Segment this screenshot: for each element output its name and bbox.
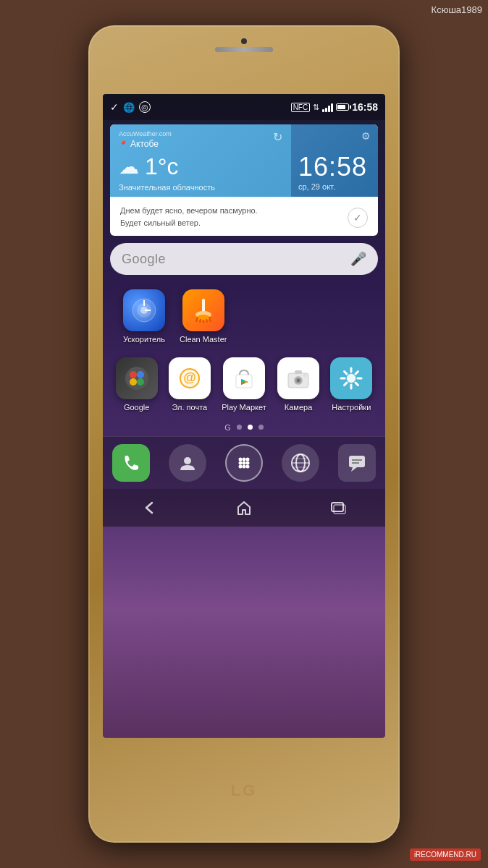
apps-row-1: Ускоритель bbox=[103, 282, 385, 352]
phone-screen: ✓ 🌐 ◎ NFC ⇅ 16:58 bbox=[103, 94, 385, 738]
weather-top: AccuWeather.com 📍 Актобе ↻ ☁ 1°c Значите… bbox=[110, 124, 378, 197]
accelerator-svg bbox=[130, 297, 158, 324]
app-accelerator[interactable]: Ускоритель bbox=[123, 289, 165, 344]
dock-apps[interactable] bbox=[225, 444, 263, 482]
svg-point-44 bbox=[184, 457, 191, 464]
camera-svg bbox=[285, 365, 312, 392]
svg-point-53 bbox=[246, 464, 250, 468]
svg-rect-59 bbox=[349, 456, 365, 467]
page-g-label: G bbox=[224, 423, 231, 432]
bottom-bezel: LG bbox=[88, 738, 400, 843]
top-bezel bbox=[88, 25, 400, 94]
svg-line-9 bbox=[200, 319, 201, 323]
svg-point-13 bbox=[125, 367, 148, 390]
google-app-label: Google bbox=[124, 402, 149, 412]
lg-logo: LG bbox=[231, 781, 258, 800]
back-button[interactable] bbox=[135, 493, 164, 522]
phone-shell: ✓ 🌐 ◎ NFC ⇅ 16:58 bbox=[88, 25, 400, 843]
weather-description: Значительная облачность bbox=[119, 183, 282, 192]
nfc-label: NFC bbox=[291, 103, 311, 112]
svg-point-45 bbox=[239, 457, 243, 461]
svg-point-7 bbox=[197, 315, 210, 320]
svg-rect-29 bbox=[295, 370, 302, 374]
weather-right-panel: ⚙ 16:58 ср, 29 окт. bbox=[291, 124, 378, 197]
email-label: Эл. почта bbox=[172, 402, 208, 412]
dock-phone-icon bbox=[112, 444, 150, 482]
cleanmaster-label: Clean Master bbox=[180, 334, 227, 344]
play-svg bbox=[230, 365, 258, 392]
data-arrows: ⇅ bbox=[313, 103, 319, 112]
microphone-icon[interactable]: 🎤 bbox=[350, 251, 366, 267]
svg-line-8 bbox=[196, 317, 198, 322]
dot-2[interactable] bbox=[248, 425, 253, 430]
navigation-bar bbox=[103, 489, 385, 527]
svg-point-33 bbox=[303, 374, 306, 377]
forecast-check-icon[interactable]: ✓ bbox=[348, 208, 368, 228]
camera-label: Камера bbox=[285, 402, 312, 412]
recommend-badge: iRECOMMEND.RU bbox=[410, 848, 481, 861]
page-dots: G bbox=[103, 419, 385, 436]
widget-date: ср, 29 окт. bbox=[298, 182, 367, 191]
accu-source: AccuWeather.com bbox=[119, 130, 172, 137]
wifi-icon: ◎ bbox=[139, 101, 151, 113]
cleanmaster-svg bbox=[190, 297, 216, 323]
svg-line-11 bbox=[206, 319, 207, 323]
location-name: Актобе bbox=[130, 139, 159, 149]
dock-browser-icon bbox=[282, 444, 319, 482]
svg-point-35 bbox=[347, 374, 356, 383]
recents-icon bbox=[330, 500, 346, 516]
status-bar: ✓ 🌐 ◎ NFC ⇅ 16:58 bbox=[103, 94, 385, 120]
widget-time: 16:58 bbox=[298, 152, 367, 182]
svg-marker-60 bbox=[351, 467, 357, 472]
location-pin-icon: 📍 bbox=[119, 140, 127, 148]
accelerator-label: Ускоритель bbox=[123, 334, 165, 344]
camera-icon bbox=[277, 357, 319, 399]
recents-button[interactable] bbox=[324, 493, 353, 522]
watermark-label: Ксюша1989 bbox=[432, 4, 482, 15]
cleanmaster-icon bbox=[182, 289, 224, 331]
svg-point-48 bbox=[239, 461, 243, 464]
app-cleanmaster[interactable]: Clean Master bbox=[180, 289, 227, 344]
google-search-bar[interactable]: Google 🎤 bbox=[110, 243, 378, 275]
svg-text:@: @ bbox=[183, 370, 196, 385]
status-icons-left: ✓ 🌐 ◎ bbox=[110, 101, 151, 113]
dock-messages[interactable] bbox=[338, 444, 376, 482]
apps-row-2: Google @ Эл. почта bbox=[103, 352, 385, 418]
app-email[interactable]: @ Эл. почта bbox=[169, 357, 211, 412]
svg-point-47 bbox=[246, 457, 250, 461]
dock-contacts[interactable] bbox=[169, 444, 206, 482]
home-icon bbox=[236, 500, 252, 516]
weather-forecast: Днем будет ясно, вечером пасмурно. Будет… bbox=[110, 197, 378, 236]
refresh-icon[interactable]: ↻ bbox=[273, 130, 282, 144]
svg-point-46 bbox=[243, 457, 246, 461]
svg-point-15 bbox=[137, 371, 144, 378]
svg-point-49 bbox=[243, 461, 246, 464]
app-camera[interactable]: Камера bbox=[277, 357, 319, 412]
settings-icon[interactable]: ⚙ bbox=[361, 130, 371, 142]
svg-point-17 bbox=[137, 378, 144, 386]
dock-phone[interactable] bbox=[112, 444, 150, 482]
google-svg bbox=[123, 365, 151, 392]
weather-widget[interactable]: AccuWeather.com 📍 Актобе ↻ ☁ 1°c Значите… bbox=[110, 124, 378, 236]
dock-bar bbox=[103, 436, 385, 489]
dock-browser[interactable] bbox=[282, 444, 319, 482]
accelerator-icon bbox=[123, 289, 165, 331]
app-settings[interactable]: Настройки bbox=[330, 357, 372, 412]
home-button[interactable] bbox=[230, 493, 258, 522]
speaker-grill bbox=[215, 47, 273, 52]
email-svg: @ bbox=[176, 365, 203, 392]
svg-point-50 bbox=[246, 461, 250, 464]
back-arrow-icon bbox=[142, 500, 158, 516]
settings-svg bbox=[337, 365, 365, 392]
cloud-icon: ☁ bbox=[119, 155, 139, 179]
dot-3[interactable] bbox=[258, 425, 264, 430]
battery-icon bbox=[336, 103, 349, 111]
svg-point-16 bbox=[130, 378, 137, 386]
app-playmarket[interactable]: Play Маркет bbox=[222, 357, 266, 412]
dot-1[interactable] bbox=[237, 425, 242, 430]
svg-point-14 bbox=[130, 371, 137, 378]
weather-main: ☁ 1°c bbox=[119, 153, 282, 180]
app-google[interactable]: Google bbox=[116, 357, 158, 412]
temperature-display: 1°c bbox=[145, 153, 179, 180]
play-icon bbox=[223, 357, 265, 399]
